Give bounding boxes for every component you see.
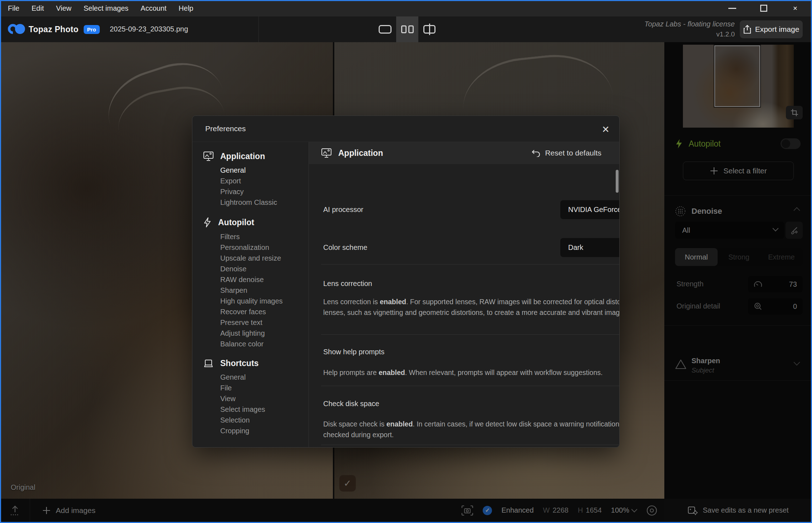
menu-edit[interactable]: Edit	[31, 4, 44, 13]
nav-item-filters[interactable]: Filters	[192, 231, 309, 242]
color-scheme-label: Color scheme	[323, 243, 367, 252]
dialog-title: Preferences	[205, 124, 246, 133]
close-window-button[interactable]: ✕	[785, 1, 806, 16]
ai-processor-label: AI processor	[323, 206, 363, 214]
menu-view[interactable]: View	[56, 4, 72, 13]
nav-item-recover-faces[interactable]: Recover faces	[192, 306, 309, 317]
disk-space-description: Disk space check is enabled. In certain …	[323, 419, 620, 440]
pro-badge: Pro	[84, 25, 100, 34]
nav-item-shortcuts-cropping[interactable]: Cropping	[192, 425, 309, 436]
menu-select-images[interactable]: Select images	[84, 4, 129, 13]
dialog-scrollbar[interactable]	[616, 170, 619, 193]
lightning-icon	[203, 217, 212, 228]
shortcuts-laptop-icon	[203, 359, 214, 368]
nav-item-shortcuts-selection[interactable]: Selection	[192, 415, 309, 425]
nav-item-sharpen[interactable]: Sharpen	[192, 285, 309, 296]
check-disk-space-label: Check disk space	[323, 400, 379, 408]
content-section-title: Application	[338, 148, 383, 158]
ai-processor-dropdown[interactable]: NVIDIA GeForce RTX 2080	[560, 200, 620, 219]
preferences-dialog: Preferences ✕ Application General Export	[192, 115, 620, 448]
export-image-button[interactable]: Export image	[740, 20, 803, 38]
color-scheme-dropdown[interactable]: Dark	[560, 238, 620, 257]
nav-item-personalization[interactable]: Personalization	[192, 242, 309, 253]
application-icon	[203, 151, 214, 161]
nav-item-shortcuts-view[interactable]: View	[192, 393, 309, 404]
app-window: File Edit View Select images Account Hel…	[0, 0, 812, 523]
lens-correction-label: Lens correction	[323, 280, 372, 288]
split-view-button[interactable]	[418, 16, 441, 42]
nav-item-lightroom-classic[interactable]: Lightroom Classic	[192, 197, 309, 208]
undo-icon	[531, 149, 541, 157]
menu-bar: File Edit View Select images Account Hel…	[0, 0, 812, 16]
side-by-side-view-icon	[401, 25, 414, 33]
nav-section-autopilot: Autopilot Filters Personalization Upscal…	[192, 217, 309, 349]
nav-item-upscale-and-resize[interactable]: Upscale and resize	[192, 253, 309, 263]
menu-help[interactable]: Help	[179, 4, 193, 13]
nav-item-privacy[interactable]: Privacy	[192, 186, 309, 197]
help-prompts-description: Help prompts are enabled. When relevant,…	[323, 367, 620, 378]
view-mode-switch	[374, 16, 441, 42]
license-info: Topaz Labs - floating license v1.2.0	[644, 20, 735, 38]
single-view-icon	[379, 25, 392, 34]
nav-item-balance-color[interactable]: Balance color	[192, 339, 309, 349]
nav-item-preserve-text[interactable]: Preserve text	[192, 317, 309, 328]
side-by-side-view-button[interactable]	[396, 16, 418, 42]
nav-item-shortcuts-file[interactable]: File	[192, 383, 309, 393]
nav-item-adjust-lighting[interactable]: Adjust lighting	[192, 328, 309, 339]
nav-item-high-quality-images[interactable]: High quality images	[192, 296, 309, 306]
split-view-icon	[423, 25, 435, 34]
nav-item-export[interactable]: Export	[192, 176, 309, 186]
preferences-nav: Application General Export Privacy Light…	[192, 142, 309, 448]
nav-item-general[interactable]: General	[192, 165, 309, 176]
topaz-logo-icon	[8, 23, 24, 35]
application-icon	[321, 148, 332, 158]
nav-item-shortcuts-select-images[interactable]: Select images	[192, 404, 309, 415]
dialog-header: Preferences ✕	[192, 116, 620, 142]
preferences-content: Application Reset to defaults AI process…	[309, 142, 620, 448]
close-dialog-button[interactable]: ✕	[599, 122, 613, 137]
single-view-button[interactable]	[374, 16, 396, 42]
menu-account[interactable]: Account	[141, 4, 166, 13]
lens-correction-description: Lens correction is enabled. For supporte…	[323, 296, 620, 318]
app-name: Topaz Photo	[29, 25, 79, 34]
open-filename: 2025-09-23_203305.png	[110, 25, 188, 33]
show-help-prompts-label: Show help prompts	[323, 348, 384, 356]
nav-section-application: Application General Export Privacy Light…	[192, 151, 309, 208]
maximize-button[interactable]	[753, 1, 774, 16]
nav-item-raw-denoise[interactable]: RAW denoise	[192, 274, 309, 285]
nav-item-shortcuts-general[interactable]: General	[192, 372, 309, 383]
minimize-button[interactable]	[722, 1, 743, 16]
content-section-header: Application Reset to defaults	[309, 142, 620, 164]
menu-file[interactable]: File	[8, 4, 19, 13]
export-icon	[743, 25, 751, 34]
window-controls: ✕	[722, 0, 806, 16]
top-bar: Topaz Photo Pro 2025-09-23_203305.png To…	[0, 16, 812, 42]
reset-to-defaults-button[interactable]: Reset to defaults	[531, 142, 601, 164]
nav-section-shortcuts: Shortcuts General File View Select image…	[192, 359, 309, 436]
nav-item-denoise[interactable]: Denoise	[192, 263, 309, 274]
